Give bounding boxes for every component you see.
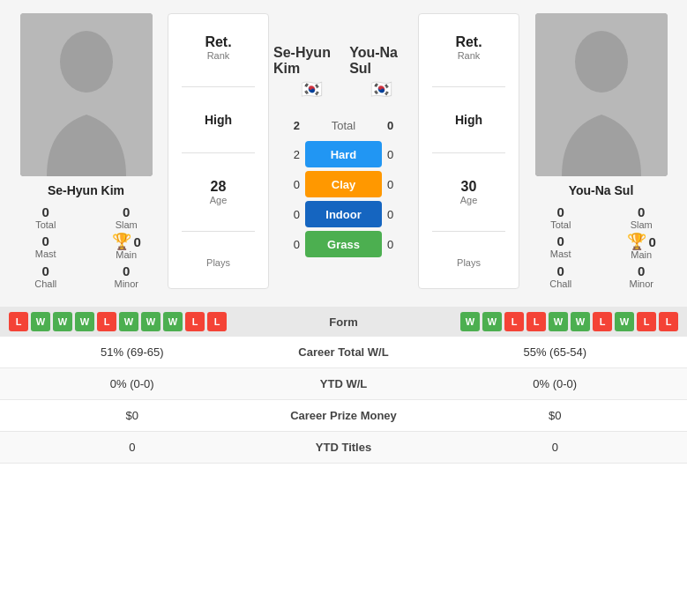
comparison-left-value: $0 xyxy=(9,409,256,422)
comparison-rows: 51% (69-65)Career Total W/L55% (65-54)0%… xyxy=(0,337,687,464)
indoor-left-val: 0 xyxy=(273,208,300,221)
left-main-value: 0 xyxy=(134,234,141,249)
right-slam-block: 0 Slam xyxy=(605,204,679,230)
comparison-center-label: YTD W/L xyxy=(256,377,432,390)
right-total-block: 0 Total xyxy=(524,204,598,230)
total-right-val: 0 xyxy=(387,119,414,132)
right-panel-divider3 xyxy=(432,231,504,232)
grass-right-val: 0 xyxy=(387,238,414,251)
player-name-flag-row: Se-Hyun Kim🇰🇷You-Na Sul🇰🇷 xyxy=(273,45,414,100)
left-chall-value: 0 xyxy=(42,263,49,278)
right-slam-label: Slam xyxy=(631,219,653,230)
right-stats-grid: 0 Total 0 Slam 0 Mast 🏆 0 Main xyxy=(524,204,678,289)
right-center-name-text: You-Na Sul xyxy=(349,45,414,77)
left-slam-value: 0 xyxy=(123,204,130,219)
left-avatar-silhouette xyxy=(20,13,153,176)
comparison-right-value: 55% (65-54) xyxy=(432,345,679,359)
left-trophy-icon: 🏆 xyxy=(112,234,131,249)
right-chall-block: 0 Chall xyxy=(524,263,598,289)
right-panel-divider2 xyxy=(432,152,504,153)
left-minor-label: Minor xyxy=(114,278,138,289)
right-trophy-main-block: 🏆 0 Main xyxy=(605,234,679,260)
right-high-item: High xyxy=(423,113,514,127)
left-slam-block: 0 Slam xyxy=(90,204,164,230)
right-age-value: 30 xyxy=(461,179,477,195)
right-high-value: High xyxy=(455,113,482,127)
right-form-badge: L xyxy=(504,312,524,331)
comparison-left-value: 51% (69-65) xyxy=(9,345,256,359)
left-rank-label: Rank xyxy=(207,50,230,61)
left-high-value: High xyxy=(205,113,232,127)
right-mast-value: 0 xyxy=(557,234,564,249)
left-slam-label: Slam xyxy=(116,219,138,230)
left-minor-value: 0 xyxy=(123,263,130,278)
right-chall-value: 0 xyxy=(557,263,564,278)
grass-left-val: 0 xyxy=(273,238,300,251)
svg-point-1 xyxy=(60,31,113,93)
clay-left-val: 0 xyxy=(273,178,300,191)
left-flag-icon: 🇰🇷 xyxy=(301,78,323,100)
right-form-badge: L xyxy=(526,312,546,331)
comparison-center-label: YTD Titles xyxy=(256,441,432,454)
left-chall-block: 0 Chall xyxy=(9,263,83,289)
left-form-badge: W xyxy=(53,312,72,331)
right-rank-value: Ret. xyxy=(455,34,482,50)
right-total-value: 0 xyxy=(557,204,564,219)
right-minor-label: Minor xyxy=(629,278,653,289)
left-mast-value: 0 xyxy=(42,234,49,249)
right-form-badges: WWLLWWLWLL xyxy=(397,312,679,331)
clay-right-val: 0 xyxy=(387,178,414,191)
right-plays-label: Plays xyxy=(457,257,481,268)
grass-row: 0 Grass 0 xyxy=(273,231,414,257)
comparison-row: 51% (69-65)Career Total W/L55% (65-54) xyxy=(0,337,687,368)
comparison-row: 0% (0-0)YTD W/L0% (0-0) xyxy=(0,368,687,400)
indoor-row: 0 Indoor 0 xyxy=(273,201,414,227)
right-slam-value: 0 xyxy=(638,204,645,219)
left-chall-label: Chall xyxy=(34,278,56,289)
left-form-badge: W xyxy=(119,312,138,331)
total-row: 2 Total 0 xyxy=(273,119,414,132)
form-label: Form xyxy=(291,315,397,329)
right-form-badge: L xyxy=(659,312,678,331)
left-high-item: High xyxy=(173,113,264,127)
right-main-value: 0 xyxy=(649,234,656,249)
right-minor-value: 0 xyxy=(638,263,645,278)
right-player-card: You-Na Sul 0 Total 0 Slam 0 Mast 🏆 xyxy=(524,13,678,289)
total-label: Total xyxy=(305,119,382,132)
hard-right-val: 0 xyxy=(387,148,414,161)
right-form-badge: W xyxy=(571,312,590,331)
right-panel-divider1 xyxy=(432,86,504,87)
right-stats-panel: Ret. Rank High 30 Age Plays xyxy=(418,13,519,289)
clay-row: 0 Clay 0 xyxy=(273,171,414,197)
left-age-label: Age xyxy=(210,195,228,205)
left-age-item: 28 Age xyxy=(173,179,264,205)
left-plays-label: Plays xyxy=(206,257,230,268)
svg-point-3 xyxy=(575,31,628,93)
comparison-right-value: $0 xyxy=(432,409,679,422)
right-avatar-silhouette xyxy=(535,13,668,176)
total-left-val: 2 xyxy=(273,119,300,132)
right-player-avatar xyxy=(535,13,668,176)
left-panel-divider1 xyxy=(182,86,254,87)
right-form-badge: L xyxy=(637,312,656,331)
indoor-right-val: 0 xyxy=(387,208,414,221)
right-form-badge: W xyxy=(615,312,634,331)
left-form-badge: W xyxy=(75,312,94,331)
comparison-right-value: 0 xyxy=(432,441,679,454)
left-panel-divider2 xyxy=(182,152,254,153)
left-form-badge: W xyxy=(31,312,50,331)
player-section: Se-Hyun Kim 0 Total 0 Slam 0 Mast 🏆 xyxy=(0,0,687,302)
right-minor-block: 0 Minor xyxy=(605,263,679,289)
left-center-name-text: Se-Hyun Kim xyxy=(273,45,349,77)
left-player-avatar xyxy=(20,13,153,176)
comparison-left-value: 0 xyxy=(9,441,256,454)
left-total-block: 0 Total xyxy=(9,204,83,230)
comparison-row: $0Career Prize Money$0 xyxy=(0,400,687,432)
left-trophy-main-block: 🏆 0 Main xyxy=(90,234,164,260)
right-total-label: Total xyxy=(550,219,571,230)
left-rank-item: Ret. Rank xyxy=(173,34,264,61)
left-total-value: 0 xyxy=(42,204,49,219)
form-section: LWWWLWWWLL Form WWLLWWLWLL xyxy=(0,307,687,337)
left-total-label: Total xyxy=(35,219,56,230)
right-main-label: Main xyxy=(631,249,652,260)
